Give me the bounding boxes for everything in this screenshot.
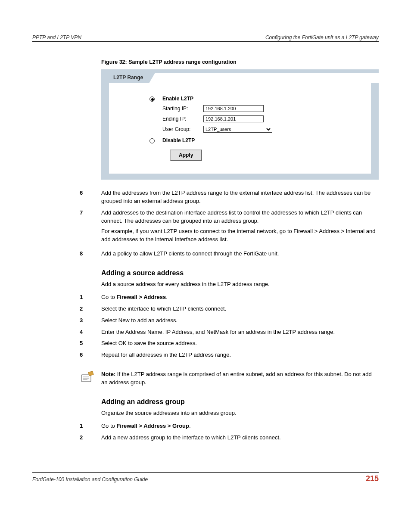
user-group-select[interactable]: L2TP_users [203, 126, 272, 133]
step-number: 7 [80, 209, 101, 244]
step-number: 1 [80, 293, 101, 302]
header-left: PPTP and L2TP VPN [32, 34, 81, 40]
figure-caption: Figure 32: Sample L2TP address range con… [101, 59, 379, 65]
step-text: Add the addresses from the L2TP address … [101, 189, 379, 205]
header-right: Configuring the FortiGate unit as a L2TP… [265, 34, 379, 40]
step-number: 4 [80, 328, 101, 336]
footer-rule [32, 472, 379, 473]
step-text: Add a new address group to the interface… [101, 434, 379, 442]
enable-l2tp-label: Enable L2TP [162, 96, 203, 102]
step-text: Select the interface to which L2TP clien… [101, 305, 379, 313]
step-number: 6 [80, 189, 101, 205]
page-number: 215 [366, 474, 379, 483]
step-number: 5 [80, 339, 101, 348]
step-number: 6 [80, 351, 101, 359]
disable-l2tp-label: Disable L2TP [162, 137, 203, 143]
step-text: Go to Firewall > Address. [101, 293, 379, 302]
ending-ip-label: Ending IP: [162, 116, 203, 122]
tab-l2tp-range[interactable]: L2TP Range [109, 73, 149, 82]
note-icon [80, 370, 97, 385]
user-group-label: User Group: [162, 126, 203, 132]
step-text: Repeat for all addresses in the L2TP add… [101, 351, 379, 359]
header-rule [32, 41, 379, 42]
step-text: Select OK to save the source address. [101, 339, 379, 348]
heading-source-address: Adding a source address [101, 269, 379, 277]
footer-left: FortiGate-100 Installation and Configura… [32, 476, 148, 482]
step-text: Enter the Address Name, IP Address, and … [101, 328, 379, 336]
radio-enable-l2tp[interactable] [149, 96, 155, 102]
ending-ip-input[interactable] [203, 115, 264, 122]
group-intro: Organize the source addresses into an ad… [101, 409, 379, 417]
step-text: Select New to add an address. [101, 317, 379, 325]
apply-button[interactable]: Apply [170, 149, 202, 161]
radio-disable-l2tp[interactable] [149, 138, 155, 143]
source-intro: Add a source address for every address i… [101, 280, 379, 288]
step-text: Add a policy to allow L2TP clients to co… [101, 250, 379, 258]
step-text: Add addresses to the destination interfa… [101, 209, 379, 244]
step-text: Go to Firewall > Address > Group. [101, 422, 379, 430]
note-label: Note: [101, 371, 115, 377]
starting-ip-input[interactable] [203, 105, 264, 112]
step-number: 2 [80, 305, 101, 313]
note-text: If the L2TP address range is comprised o… [101, 371, 372, 386]
heading-address-group: Adding an address group [101, 398, 379, 406]
figure-screenshot: L2TP Range Enable L2TP Starting IP: Endi… [101, 69, 379, 180]
step-number: 3 [80, 317, 101, 325]
step-number: 1 [80, 422, 101, 430]
starting-ip-label: Starting IP: [162, 106, 203, 112]
note-block: Note: If the L2TP address range is compr… [80, 370, 379, 387]
step-number: 8 [80, 250, 101, 258]
step-number: 2 [80, 434, 101, 442]
